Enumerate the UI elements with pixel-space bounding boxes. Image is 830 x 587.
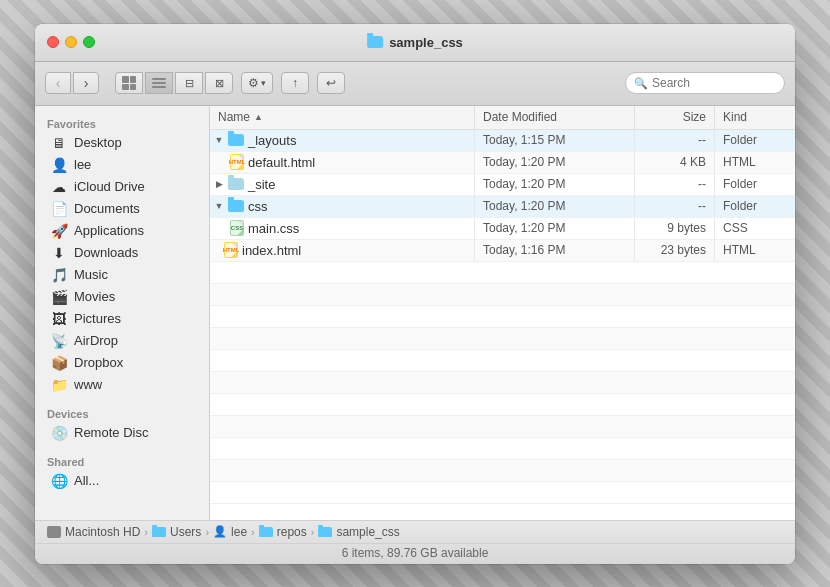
disclosure-open-icon[interactable]: ▼ xyxy=(214,201,224,211)
breadcrumb-label: lee xyxy=(231,525,247,539)
tag-button[interactable]: ↩ xyxy=(317,72,345,94)
icon-view-icon xyxy=(122,76,136,90)
sidebar-item-label: Movies xyxy=(74,289,115,304)
file-name-cell: HTML index.html xyxy=(210,240,475,261)
size-column-header[interactable]: Size xyxy=(635,106,715,129)
sidebar-item-label: Documents xyxy=(74,201,140,216)
shared-label: Shared xyxy=(35,452,209,470)
sidebar-item-downloads[interactable]: ⬇ Downloads xyxy=(39,242,205,264)
file-modified-cell: Today, 1:20 PM xyxy=(475,152,635,173)
sidebar-item-music[interactable]: 🎵 Music xyxy=(39,264,205,286)
table-row[interactable]: CSS main.css Today, 1:20 PM 9 bytes CSS xyxy=(210,218,795,240)
list-view-button[interactable] xyxy=(145,72,173,94)
status-bar: Macintosh HD › Users › 👤 lee › repos › s… xyxy=(35,520,795,564)
toolbar: ‹ › ⊟ ⊠ ⚙ xyxy=(35,62,795,106)
sidebar-item-movies[interactable]: 🎬 Movies xyxy=(39,286,205,308)
sidebar-item-label: www xyxy=(74,377,102,392)
breadcrumb-label: Users xyxy=(170,525,201,539)
disclosure-closed-icon[interactable]: ▶ xyxy=(214,179,224,189)
breadcrumb-item-users[interactable]: Users xyxy=(152,525,201,539)
kind-column-header[interactable]: Kind xyxy=(715,106,795,129)
column-view-button[interactable]: ⊟ xyxy=(175,72,203,94)
disc-icon: 💿 xyxy=(51,425,67,441)
back-button[interactable]: ‹ xyxy=(45,72,71,94)
sidebar-item-desktop[interactable]: 🖥 Desktop xyxy=(39,132,205,154)
breadcrumb-separator: › xyxy=(144,526,148,538)
globe-icon: 🌐 xyxy=(51,473,67,489)
sidebar-item-dropbox[interactable]: 📦 Dropbox xyxy=(39,352,205,374)
sidebar-item-label: AirDrop xyxy=(74,333,118,348)
table-row[interactable]: HTML default.html Today, 1:20 PM 4 KB HT… xyxy=(210,152,795,174)
table-row-empty xyxy=(210,284,795,306)
status-text: 6 items, 89.76 GB available xyxy=(342,546,489,560)
window-title-text: sample_css xyxy=(389,35,463,50)
file-kind-cell: CSS xyxy=(715,218,795,239)
sidebar-item-icloud[interactable]: ☁ iCloud Drive xyxy=(39,176,205,198)
file-name-cell: CSS main.css xyxy=(210,218,475,239)
column-headers: Name ▲ Date Modified Size Kind xyxy=(210,106,795,130)
file-size-cell: 9 bytes xyxy=(635,218,715,239)
name-column-header[interactable]: Name ▲ xyxy=(210,106,475,129)
nav-buttons: ‹ › xyxy=(45,72,99,94)
breadcrumb-item-sample-css[interactable]: sample_css xyxy=(318,525,399,539)
movies-icon: 🎬 xyxy=(51,289,67,305)
minimize-button[interactable] xyxy=(65,36,77,48)
file-name: _site xyxy=(248,177,275,192)
user-icon: 👤 xyxy=(51,157,67,173)
sidebar-item-pictures[interactable]: 🖼 Pictures xyxy=(39,308,205,330)
search-input[interactable] xyxy=(652,76,776,90)
search-box[interactable]: 🔍 xyxy=(625,72,785,94)
icon-view-button[interactable] xyxy=(115,72,143,94)
sidebar-item-label: Applications xyxy=(74,223,144,238)
table-row[interactable]: HTML index.html Today, 1:16 PM 23 bytes … xyxy=(210,240,795,262)
name-label: Name xyxy=(218,110,250,124)
sidebar-item-all[interactable]: 🌐 All... xyxy=(39,470,205,492)
breadcrumb-label: repos xyxy=(277,525,307,539)
coverflow-view-button[interactable]: ⊠ xyxy=(205,72,233,94)
share-button[interactable]: ↑ xyxy=(281,72,309,94)
sidebar: Favorites 🖥 Desktop 👤 lee ☁ iCloud Drive… xyxy=(35,106,210,520)
sidebar-item-applications[interactable]: 🚀 Applications xyxy=(39,220,205,242)
sort-arrow-icon: ▲ xyxy=(254,112,263,122)
downloads-icon: ⬇ xyxy=(51,245,67,261)
sidebar-item-remote-disc[interactable]: 💿 Remote Disc xyxy=(39,422,205,444)
documents-icon: 📄 xyxy=(51,201,67,217)
kind-label: Kind xyxy=(723,110,747,124)
file-kind-cell: HTML xyxy=(715,240,795,261)
file-size-cell: 4 KB xyxy=(635,152,715,173)
table-row[interactable]: ▼ css Today, 1:20 PM -- Folder xyxy=(210,196,795,218)
maximize-button[interactable] xyxy=(83,36,95,48)
desktop-icon: 🖥 xyxy=(51,135,67,151)
breadcrumb-separator: › xyxy=(311,526,315,538)
applications-icon: 🚀 xyxy=(51,223,67,239)
favorites-label: Favorites xyxy=(35,114,209,132)
file-kind-cell: Folder xyxy=(715,196,795,217)
breadcrumb-item-hd[interactable]: Macintosh HD xyxy=(47,525,140,539)
file-modified-cell: Today, 1:20 PM xyxy=(475,218,635,239)
sidebar-item-www[interactable]: 📁 www xyxy=(39,374,205,396)
breadcrumb-label: Macintosh HD xyxy=(65,525,140,539)
table-row[interactable]: ▼ _layouts Today, 1:15 PM -- Folder xyxy=(210,130,795,152)
file-size-cell: -- xyxy=(635,196,715,217)
breadcrumb-item-repos[interactable]: repos xyxy=(259,525,307,539)
action-button[interactable]: ⚙ ▾ xyxy=(241,72,273,94)
gear-icon: ⚙ xyxy=(248,76,259,90)
close-button[interactable] xyxy=(47,36,59,48)
share-icon: ↑ xyxy=(292,76,298,90)
table-row[interactable]: ▶ _site Today, 1:20 PM -- Folder xyxy=(210,174,795,196)
sidebar-item-documents[interactable]: 📄 Documents xyxy=(39,198,205,220)
devices-label: Devices xyxy=(35,404,209,422)
modified-column-header[interactable]: Date Modified xyxy=(475,106,635,129)
file-size-cell: 23 bytes xyxy=(635,240,715,261)
search-icon: 🔍 xyxy=(634,77,648,90)
coverflow-view-icon: ⊠ xyxy=(215,77,224,90)
sidebar-item-lee[interactable]: 👤 lee xyxy=(39,154,205,176)
sidebar-item-airdrop[interactable]: 📡 AirDrop xyxy=(39,330,205,352)
disclosure-open-icon[interactable]: ▼ xyxy=(214,135,224,145)
breadcrumb-item-lee[interactable]: 👤 lee xyxy=(213,525,247,539)
forward-button[interactable]: › xyxy=(73,72,99,94)
www-icon: 📁 xyxy=(51,377,67,393)
sidebar-item-label: Music xyxy=(74,267,108,282)
sidebar-item-label: Dropbox xyxy=(74,355,123,370)
file-name-cell: HTML default.html xyxy=(210,152,475,173)
